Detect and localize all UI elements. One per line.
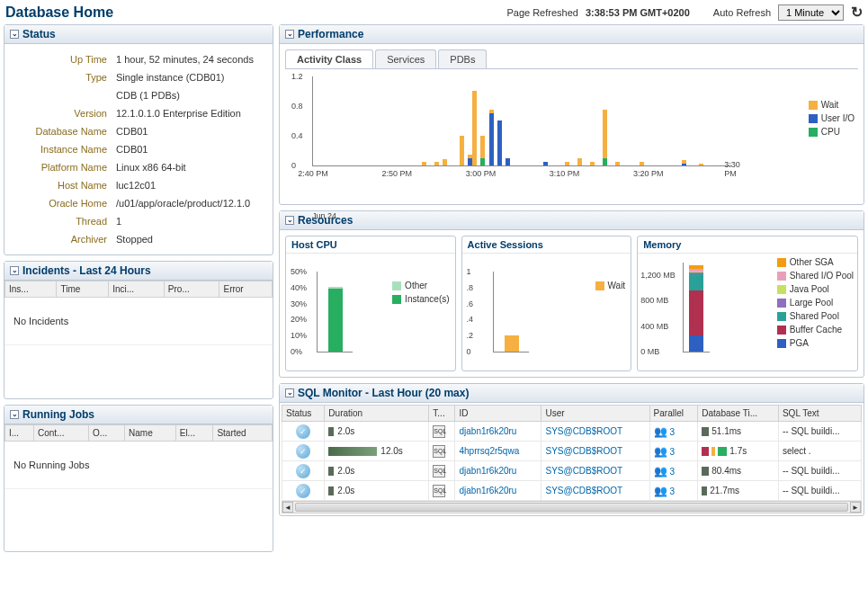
active-sessions-box: Active Sessions 0.2.4.6.81Wait [461,236,632,371]
sql-monitor-title: SQL Monitor - Last Hour (20 max) [298,387,469,399]
check-icon: ✓ [296,464,310,478]
column-header[interactable]: Pro... [164,281,219,298]
bar-stack [565,162,569,165]
auto-refresh-select[interactable]: 1 Minute [778,4,844,21]
parallel-count[interactable]: 3 [669,486,675,496]
sql-text: -- SQL buildi... [778,422,861,442]
parallel-count[interactable]: 3 [669,447,675,457]
duration-bar [328,467,334,476]
sql-type-icon: SQL [433,485,445,497]
user-link[interactable]: SYS@CDB$ROOT [545,466,622,476]
user-link[interactable]: SYS@CDB$ROOT [545,486,622,495]
column-header[interactable]: I... [5,425,34,442]
status-value: CDB01 [112,141,265,157]
bar-stack [434,162,439,165]
column-header[interactable]: El... [175,425,213,442]
parallel-count[interactable]: 3 [669,427,675,437]
user-link[interactable]: SYS@CDB$ROOT [545,426,622,436]
horizontal-scrollbar[interactable]: ◄ ► [282,501,862,513]
table-row[interactable]: ✓ 2.0s SQL djabn1r6k20ru SYS@CDB$ROOT 👥 … [282,461,862,481]
bar-stack [682,160,686,165]
x-tick: 3:20 PM [633,169,664,178]
jobs-title: Running Jobs [22,408,94,421]
incidents-title: Incidents - Last 24 Hours [22,264,151,277]
column-header[interactable]: O... [89,425,125,442]
column-header[interactable]: Inci... [109,281,165,298]
jobs-empty: No Running Jobs [4,442,273,488]
status-label: Thread [12,213,111,229]
tab-activity-class[interactable]: Activity Class [285,49,373,68]
scroll-left-arrow[interactable]: ◄ [282,502,293,513]
bar-stack [480,136,485,165]
db-time-value: 1.7s [729,446,747,456]
check-icon: ✓ [296,484,310,498]
table-row[interactable]: ✓ 2.0s SQL djabn1r6k20ru SYS@CDB$ROOT 👥 … [282,481,862,501]
bar-stack [577,158,582,165]
bar-stack [506,158,510,165]
column-header[interactable]: Parallel [649,406,698,422]
db-time-value: 21.7ms [710,486,739,495]
bar-stack [603,110,607,165]
column-header[interactable]: Time [57,281,109,298]
collapse-icon[interactable]: ⌄ [285,388,294,397]
status-label: Database Name [12,123,111,139]
performance-panel: ⌄ Performance Activity ClassServicesPDBs… [279,24,864,205]
bar-stack [640,162,644,165]
performance-title: Performance [298,28,363,40]
column-header[interactable]: User [541,406,649,422]
active-sessions-title: Active Sessions [462,236,631,254]
duration-value: 2.0s [337,466,354,476]
column-header[interactable]: Duration [325,406,429,422]
parallel-icon: 👥 [654,465,667,477]
refreshed-label: Page Refreshed [506,7,578,18]
legend-item: Shared Pool [777,311,854,321]
status-label: Oracle Home [12,195,111,211]
refresh-icon[interactable]: ↻ [851,4,863,21]
column-header[interactable]: T... [429,406,455,422]
sql-id-link[interactable]: djabn1r6k20ru [459,486,516,495]
check-icon: ✓ [296,424,310,439]
status-label: Archiver [12,231,111,247]
column-header[interactable]: Ins... [5,281,57,298]
scroll-thumb[interactable] [295,503,848,512]
status-label: Up Time [12,51,111,67]
collapse-icon[interactable]: ⌄ [10,266,19,275]
sql-id-link[interactable]: djabn1r6k20ru [459,426,516,436]
sql-id-link[interactable]: djabn1r6k20ru [459,466,516,476]
status-title: Status [22,28,56,40]
status-label: Type [12,69,111,85]
tab-services[interactable]: Services [375,49,436,68]
table-row[interactable]: ✓ 2.0s SQL djabn1r6k20ru SYS@CDB$ROOT 👥 … [282,422,862,442]
status-label: Version [12,105,111,121]
sql-type-icon: SQL [433,445,445,458]
column-header[interactable]: Name [125,425,176,442]
sql-type-icon: SQL [433,465,445,477]
table-row[interactable]: ✓ 12.0s SQL 4hprrsq2r5qwa SYS@CDB$ROOT 👥… [282,442,862,461]
status-label: Platform Name [12,159,111,175]
column-header[interactable]: Cont... [33,425,88,442]
x-tick: 2:50 PM [381,169,412,178]
status-panel: ⌄ Status Up Time1 hour, 52 minutes, 24 s… [4,24,273,255]
parallel-count[interactable]: 3 [669,467,675,477]
tab-pdbs[interactable]: PDBs [438,49,487,68]
scroll-right-arrow[interactable]: ► [850,502,861,513]
collapse-icon[interactable]: ⌄ [10,30,19,39]
column-header[interactable]: Database Ti... [698,406,779,422]
bar-stack [497,120,502,165]
collapse-icon[interactable]: ⌄ [285,30,294,39]
collapse-icon[interactable]: ⌄ [10,410,19,419]
column-header[interactable]: ID [455,406,541,422]
duration-bar [328,427,334,436]
auto-refresh-label: Auto Refresh [713,7,771,18]
sql-text: -- SQL buildi... [778,461,861,481]
sql-id-link[interactable]: 4hprrsq2r5qwa [459,446,519,456]
incidents-panel: ⌄ Incidents - Last 24 Hours Ins...TimeIn… [4,261,273,399]
column-header[interactable]: SQL Text [778,406,861,422]
column-header[interactable]: Started [213,425,273,442]
duration-bar [328,486,334,495]
user-link[interactable]: SYS@CDB$ROOT [545,446,622,456]
y-tick: 1.2 [291,72,303,81]
collapse-icon[interactable]: ⌄ [285,216,294,225]
column-header[interactable]: Status [282,406,325,422]
column-header[interactable]: Error [219,281,273,298]
